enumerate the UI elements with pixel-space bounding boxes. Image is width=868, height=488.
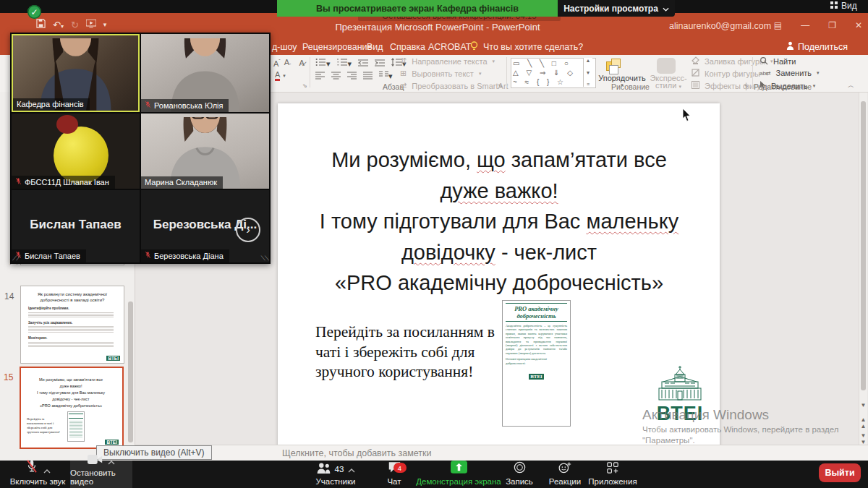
notes-placeholder[interactable]: Щелкните, чтобы добавить заметки xyxy=(282,448,431,458)
vtei-logo-mini: ВТЕІ xyxy=(106,356,120,361)
scroll-down-icon[interactable]: ▼ xyxy=(859,402,867,408)
account-email[interactable]: alinaurenko0@gmail.com xyxy=(669,21,771,31)
drawing-dialog-launcher[interactable]: ⇘ xyxy=(744,82,749,89)
find-button[interactable]: Найти xyxy=(760,56,796,67)
redo-button[interactable]: ↻ xyxy=(71,20,79,30)
grid-icon xyxy=(830,1,838,11)
align-right-icon[interactable] xyxy=(347,72,357,81)
align-text-button[interactable]: ⊞Выровнять текст▾ xyxy=(400,69,481,78)
camera-icon xyxy=(88,454,103,468)
undo-button[interactable]: ↶▾ xyxy=(53,20,64,30)
security-shield-icon[interactable]: ✓ xyxy=(27,5,41,19)
vtei-building-icon xyxy=(658,365,702,401)
quick-access-toolbar: ↶▾ ↻ ▾ xyxy=(36,19,106,30)
video-options-chevron-icon[interactable] xyxy=(108,455,115,468)
video-tile[interactable]: Романовська Юлія xyxy=(141,34,269,112)
increase-indent-icon[interactable] xyxy=(375,59,385,69)
record-button[interactable]: Запись xyxy=(499,461,540,488)
tab-help[interactable]: Справка xyxy=(390,42,425,52)
participant-name-label: Марина Складанюк xyxy=(141,176,223,189)
slide-scrollbar[interactable]: ▼ ▲▲ ▼▼ xyxy=(859,93,867,445)
notes-pane[interactable]: Щелкните, чтобы добавить заметки xyxy=(135,445,868,461)
replace-icon: ab⇄ xyxy=(760,70,771,77)
participants-count: 43 xyxy=(335,465,344,474)
tab-slideshow[interactable]: д-шоу xyxy=(272,42,297,52)
bullet-list-icon[interactable]: ▾ xyxy=(315,58,331,69)
slide-cta-text[interactable]: Перейдіть за посиланням в чаті і збережі… xyxy=(315,322,495,382)
view-settings-dropdown[interactable]: Настройки просмотра xyxy=(558,0,675,17)
font-size-buttons[interactable]: AˆAˇA̷ xyxy=(273,58,305,68)
text-direction-button[interactable]: ⇵Направление текста▾ xyxy=(400,56,495,66)
unmute-button[interactable]: Включить звук xyxy=(6,461,69,488)
video-tile[interactable]: ФБСС11Д Шлапак Іван xyxy=(12,114,140,189)
customize-qat-button[interactable]: ▾ xyxy=(103,21,107,28)
minimize-icon[interactable]: — xyxy=(801,20,809,30)
save-icon[interactable] xyxy=(36,19,46,30)
list-buttons[interactable]: ▾ ▾ ▾ xyxy=(315,58,407,69)
align-left-icon[interactable] xyxy=(315,72,325,81)
next-participants-page-button[interactable]: › xyxy=(236,218,260,242)
decrease-indent-icon[interactable] xyxy=(358,59,368,69)
participant-name-label: Романовська Юлія xyxy=(141,99,229,112)
video-tile-active-speaker[interactable]: Кафедра фінансів xyxy=(12,34,140,112)
shapes-gallery-scroll[interactable]: ▲▼≡ xyxy=(583,58,592,87)
tab-acrobat[interactable]: ACROBAT xyxy=(428,42,472,52)
paragraph-dialog-launcher[interactable]: ⇘ xyxy=(498,82,503,89)
mouse-cursor xyxy=(682,108,692,125)
shape-outline-button[interactable]: Контур фигуры▾ xyxy=(692,69,767,78)
resize-grip-right[interactable]: ⟍⟍ xyxy=(260,254,268,262)
font-color-button[interactable]: A▾ xyxy=(275,71,286,81)
replace-button[interactable]: ab⇄ Заменить▾ xyxy=(760,69,820,77)
resize-grip-left[interactable]: ⟋⟋ xyxy=(12,254,20,262)
chat-badge: 4 xyxy=(393,463,407,473)
shape-outline-icon xyxy=(692,69,699,78)
close-icon[interactable]: ✕ xyxy=(855,20,862,30)
slide-canvas[interactable]: Ми розуміємо, що запам’ятати все дуже ва… xyxy=(278,103,720,450)
share-button[interactable]: Поделиться xyxy=(786,41,848,52)
collapse-ribbon-icon[interactable]: ︿ xyxy=(848,81,854,90)
tab-view[interactable]: Вид xyxy=(367,42,383,52)
numbered-list-icon[interactable]: ▾ xyxy=(337,58,352,69)
slide-15-thumbnail-selected[interactable]: Ми розуміємо, що запам’ятати все дуже ва… xyxy=(20,367,124,449)
participants-chevron-icon[interactable] xyxy=(348,463,355,476)
reactions-button[interactable]: Реакции xyxy=(544,461,586,488)
start-slideshow-button[interactable] xyxy=(86,20,96,30)
video-tile[interactable]: Марина Складанюк xyxy=(141,114,269,189)
leave-meeting-button[interactable]: Выйти xyxy=(819,463,861,482)
arrange-icon xyxy=(606,59,622,73)
zoom-meeting-screen: ↶▾ ↻ ▾ Оставшееся время конференции: 04:… xyxy=(0,0,868,488)
columns-icon[interactable]: ▾ xyxy=(379,71,393,81)
participants-button[interactable]: 43 Участники xyxy=(307,461,365,488)
ribbon-display-options-icon[interactable]: ▤ xyxy=(774,20,782,30)
screen-viewing-banner: Вы просматриваете экран Кафедра фінансів xyxy=(277,0,558,17)
previous-slide-icon[interactable]: ▲▲ xyxy=(859,416,867,429)
tab-review[interactable]: Рецензирование xyxy=(302,42,373,52)
tellme-box[interactable]: Что вы хотите сделать? xyxy=(483,42,583,52)
scrollbar-thumb[interactable] xyxy=(861,101,866,390)
share-screen-button[interactable]: Демонстрация экрана xyxy=(405,461,512,488)
thumbnails-scrollbar[interactable] xyxy=(128,301,133,442)
restore-icon[interactable]: ❐ xyxy=(828,20,836,30)
apps-button[interactable]: Приложения xyxy=(587,461,638,488)
shape-effects-icon xyxy=(692,81,699,90)
quick-styles-button[interactable]: Экспресс-стили ▾ xyxy=(650,74,687,90)
justify-icon[interactable] xyxy=(363,72,373,81)
mic-muted-icon xyxy=(25,459,38,476)
person-icon xyxy=(786,41,794,52)
chevron-down-icon xyxy=(663,4,669,14)
slide-14-thumbnail[interactable]: Як розвинути систему академічноїдоброчес… xyxy=(20,286,124,364)
alignment-buttons[interactable]: ▾ xyxy=(315,71,393,81)
align-center-icon[interactable] xyxy=(331,72,341,81)
slide-title-text[interactable]: Ми розуміємо, що запам’ятати все дуже ва… xyxy=(292,145,706,299)
os-view-menu[interactable]: Вид xyxy=(830,1,857,11)
font-dialog-launcher[interactable]: ⇘ xyxy=(302,82,307,89)
mic-options-chevron-icon[interactable] xyxy=(43,463,51,476)
video-tile-no-video[interactable]: Бислан Тапаев Бислан Тапаев xyxy=(12,190,140,262)
stop-video-button[interactable]: Остановить видео xyxy=(70,461,132,488)
video-tile-no-video[interactable]: Березовська Ді... Березовська Діана › xyxy=(141,190,269,262)
next-slide-icon[interactable]: ▼▼ xyxy=(859,432,867,445)
paragraph-group-label: Абзац xyxy=(383,82,404,91)
video-gallery-panel[interactable]: Кафедра фінансів Романовська Юлія xyxy=(10,33,271,264)
checklist-document-image[interactable]: PRO академічну доброчесність Академічна … xyxy=(502,300,571,427)
record-icon xyxy=(514,461,526,476)
